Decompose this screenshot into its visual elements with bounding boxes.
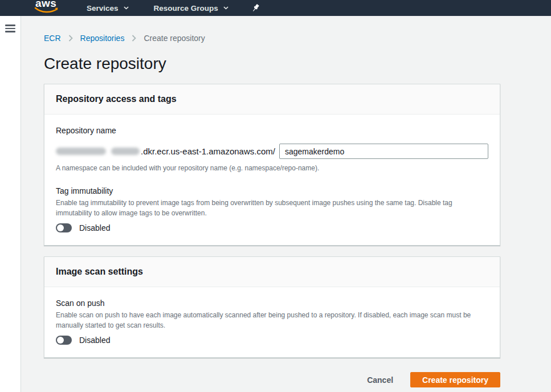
panel-image-scan-title: Image scan settings: [44, 257, 500, 287]
scan-on-push-toggle[interactable]: [56, 336, 72, 345]
breadcrumb: ECR Repositories Create repository: [44, 34, 551, 43]
toggle-knob: [57, 337, 64, 344]
tag-immutability-section: Tag immutability Enable tag immutability…: [56, 186, 488, 232]
panel-repository-access: Repository access and tags Repository na…: [44, 84, 500, 246]
scan-on-push-section: Scan on push Enable scan on push to have…: [56, 299, 488, 345]
scan-on-push-state: Disabled: [79, 336, 110, 345]
chevron-right-icon: [68, 35, 73, 42]
main-content: ECR Repositories Create repository Creat…: [21, 16, 551, 392]
pin-icon: [251, 3, 260, 13]
aws-smile-icon: [34, 7, 59, 15]
tag-immutability-label: Tag immutability: [56, 186, 488, 195]
breadcrumb-repositories[interactable]: Repositories: [80, 34, 125, 43]
menu-hamburger-icon[interactable]: [5, 24, 15, 32]
toggle-knob: [57, 224, 64, 231]
nav-resource-groups-label: Resource Groups: [154, 4, 218, 13]
tag-immutability-description: Enable tag immutability to prevent image…: [56, 198, 488, 218]
tag-immutability-toggle-row: Disabled: [56, 223, 488, 232]
chevron-right-icon: [132, 35, 136, 42]
page-shell: ECR Repositories Create repository Creat…: [0, 16, 551, 392]
aws-logo[interactable]: aws: [34, 0, 60, 16]
create-repository-button[interactable]: Create repository: [410, 372, 500, 387]
top-navigation-bar: aws Services Resource Groups: [0, 0, 551, 16]
form-actions: Cancel Create repository: [44, 372, 500, 387]
scan-on-push-toggle-row: Disabled: [56, 336, 488, 345]
repository-name-helper: A namespace can be included with your re…: [56, 164, 488, 172]
tag-immutability-state: Disabled: [79, 223, 110, 232]
side-rail: [0, 16, 21, 392]
scan-on-push-label: Scan on push: [56, 299, 488, 308]
tag-immutability-toggle[interactable]: [56, 223, 72, 232]
repository-name-row: .dkr.ecr.us-east-1.amazonaws.com/: [56, 144, 488, 159]
panel-image-scan: Image scan settings Scan on push Enable …: [44, 256, 500, 358]
account-id-redacted: [56, 148, 140, 155]
repository-name-label: Repository name: [56, 126, 488, 135]
pin-shortcuts-button[interactable]: [251, 3, 260, 13]
panel-repository-access-title: Repository access and tags: [44, 84, 500, 115]
nav-services-label: Services: [87, 4, 119, 13]
breadcrumb-current: Create repository: [144, 34, 205, 43]
repository-name-input[interactable]: [279, 144, 488, 159]
page-title: Create repository: [44, 55, 551, 73]
chevron-down-icon: [223, 6, 228, 10]
scan-on-push-description: Enable scan on push to have each image a…: [56, 310, 488, 330]
nav-resource-groups[interactable]: Resource Groups: [154, 4, 228, 13]
chevron-down-icon: [124, 6, 129, 10]
breadcrumb-ecr[interactable]: ECR: [44, 34, 61, 43]
cancel-button[interactable]: Cancel: [367, 375, 393, 385]
registry-namespace-text: .dkr.ecr.us-east-1.amazonaws.com/: [141, 146, 275, 156]
nav-services[interactable]: Services: [87, 4, 129, 13]
